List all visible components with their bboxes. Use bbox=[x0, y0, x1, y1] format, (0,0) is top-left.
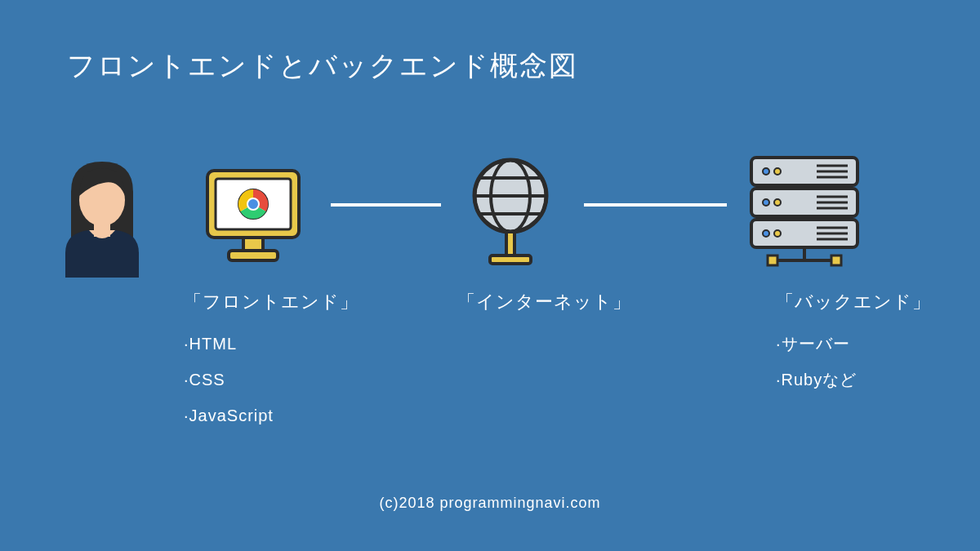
svg-rect-38 bbox=[831, 256, 841, 265]
internet-heading: 「インターネット」 bbox=[457, 290, 631, 314]
frontend-item: ·HTML bbox=[184, 326, 359, 362]
connector-line bbox=[584, 203, 727, 207]
frontend-item: ·CSS bbox=[184, 362, 359, 398]
svg-rect-15 bbox=[506, 232, 514, 256]
frontend-item: ·JavaScript bbox=[184, 398, 359, 433]
page-title: フロントエンドとバックエンド概念図 bbox=[67, 47, 578, 85]
svg-rect-7 bbox=[243, 238, 263, 251]
server-rack-icon bbox=[743, 151, 866, 282]
globe-icon bbox=[457, 151, 564, 282]
frontend-heading: 「フロントエンド」 bbox=[184, 290, 359, 314]
svg-point-19 bbox=[774, 168, 781, 175]
footer-credit: (c)2018 programmingnavi.com bbox=[0, 495, 980, 512]
svg-point-24 bbox=[763, 199, 769, 206]
backend-item: ·サーバー bbox=[776, 326, 931, 362]
backend-item: ·Rubyなど bbox=[776, 362, 931, 398]
diagram-row bbox=[0, 151, 980, 282]
internet-column: 「インターネット」 bbox=[457, 290, 631, 326]
svg-point-30 bbox=[763, 230, 769, 237]
user-icon bbox=[53, 155, 151, 278]
svg-point-25 bbox=[774, 199, 781, 206]
connector-line bbox=[331, 203, 441, 207]
frontend-column: 「フロントエンド」 ·HTML ·CSS ·JavaScript bbox=[184, 290, 359, 433]
svg-point-31 bbox=[774, 230, 781, 237]
svg-point-18 bbox=[763, 168, 769, 175]
backend-heading: 「バックエンド」 bbox=[776, 290, 931, 314]
svg-rect-37 bbox=[768, 256, 777, 265]
backend-column: 「バックエンド」 ·サーバー ·Rubyなど bbox=[776, 290, 931, 398]
svg-rect-16 bbox=[490, 256, 531, 264]
browser-monitor-icon bbox=[196, 159, 310, 273]
svg-rect-8 bbox=[229, 251, 278, 260]
